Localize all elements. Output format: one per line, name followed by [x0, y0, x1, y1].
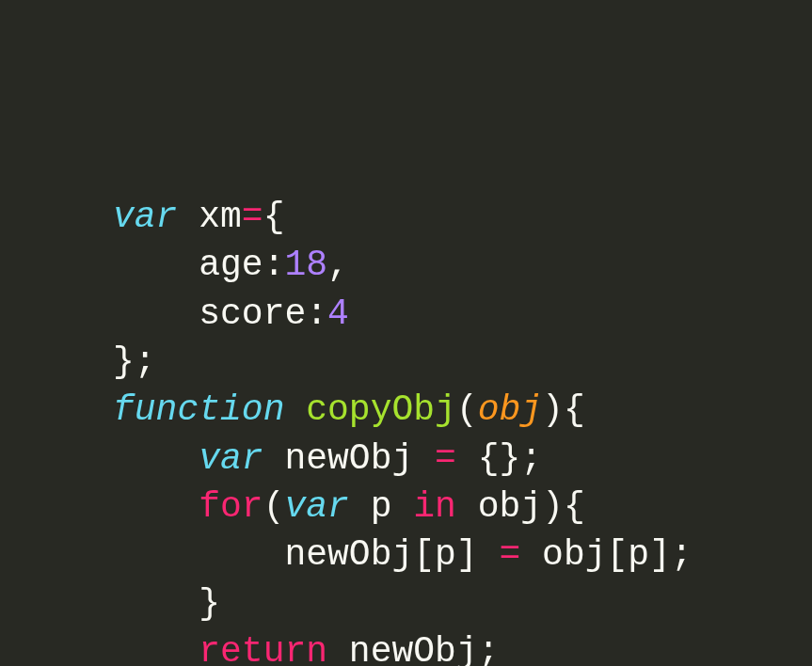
- code-token: p: [371, 486, 414, 527]
- code-line: return newObj;: [113, 627, 812, 666]
- code-token: ,: [327, 245, 349, 285]
- code-token: for: [199, 486, 263, 527]
- code-token: 18: [284, 245, 327, 285]
- code-token: =: [499, 534, 520, 575]
- code-line: function copyObj(obj){: [113, 386, 812, 434]
- code-line: }: [113, 579, 812, 627]
- code-token: xm: [199, 197, 242, 237]
- code-token: newObj: [284, 438, 435, 479]
- code-token: obj){: [456, 486, 585, 527]
- code-token: in: [413, 486, 456, 527]
- code-token: return: [199, 631, 327, 666]
- code-token: :: [263, 245, 285, 285]
- code-line: score:4: [113, 290, 812, 338]
- code-token: {};: [456, 438, 542, 479]
- code-token: var: [284, 486, 370, 527]
- code-token: score: [199, 293, 306, 334]
- code-token: age: [199, 245, 263, 285]
- code-token: =: [435, 438, 456, 479]
- code-token: ){: [542, 389, 585, 430]
- code-token: var: [199, 438, 284, 479]
- code-token: (: [263, 486, 285, 527]
- code-line: age:18,: [113, 241, 812, 289]
- code-line: var xm={: [113, 193, 812, 241]
- code-token: obj[p];: [520, 534, 692, 575]
- code-token: function: [113, 389, 306, 430]
- code-token: 4: [327, 293, 349, 334]
- code-line: newObj[p] = obj[p];: [113, 531, 812, 579]
- code-token: obj: [478, 389, 542, 430]
- code-token: }: [199, 583, 220, 624]
- code-token: var: [113, 197, 199, 237]
- code-block: var xm={ age:18, score:4};function copyO…: [0, 193, 812, 666]
- code-token: newObj;: [327, 631, 499, 666]
- code-token: copyObj: [306, 389, 456, 430]
- code-line: for(var p in obj){: [113, 483, 812, 531]
- code-token: (: [456, 389, 478, 430]
- code-token: newObj[p]: [284, 534, 499, 575]
- code-line: var newObj = {};: [113, 435, 812, 483]
- code-token: =: [242, 197, 263, 237]
- code-token: {: [263, 197, 285, 237]
- code-token: };: [113, 341, 156, 382]
- code-line: };: [113, 338, 812, 386]
- code-token: :: [306, 293, 327, 334]
